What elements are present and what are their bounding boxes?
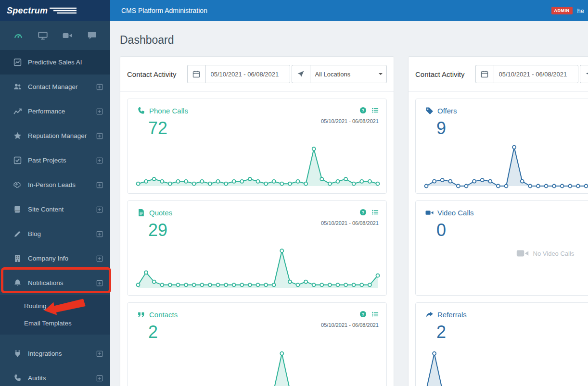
users-icon: [13, 83, 22, 91]
admin-badge: ADMIN: [551, 7, 573, 14]
sidebar-item-company-info[interactable]: Company Info: [0, 246, 110, 271]
sidebar-item-label: Performance: [28, 108, 65, 115]
tile-header: Referrals: [416, 303, 588, 319]
sidebar-item-predictive-sales-ai[interactable]: Predictive Sales AI: [0, 50, 110, 75]
sidebar-submenu: RoutingEmail Templates: [0, 295, 110, 335]
brand-logo[interactable]: Spectrum: [0, 0, 110, 21]
desktop-icon[interactable]: [38, 31, 48, 40]
plus-square-icon[interactable]: [96, 84, 103, 90]
sidebar-item-blog[interactable]: Blog: [0, 222, 110, 246]
sidebar-item-integrations[interactable]: Integrations: [0, 341, 110, 366]
topbar-main: CMS Platform Administration ADMIN he: [110, 0, 588, 21]
book-icon: [13, 205, 22, 213]
tile-date-range: 05/10/2021 - 06/08/2021: [321, 118, 379, 124]
location-select[interactable]: All Locations: [310, 65, 387, 83]
topbar-right: ADMIN he: [551, 7, 584, 14]
sidebar-item-in-person-leads[interactable]: In-Person Leads: [0, 173, 110, 197]
location-arrow-addon[interactable]: [580, 65, 588, 83]
plus-square-icon[interactable]: [96, 375, 103, 382]
question-circle-icon[interactable]: ?: [359, 107, 367, 114]
sidebar-item-notifications[interactable]: Notifications: [0, 271, 110, 295]
tile-date-range: 05/10/2021 - 06/08/2021: [321, 322, 379, 328]
sidebar-item-label: Company Info: [28, 255, 68, 262]
plus-square-icon[interactable]: [96, 182, 103, 188]
dashboard-gauge-icon[interactable]: [13, 31, 23, 40]
plus-square-icon[interactable]: [96, 231, 103, 237]
plus-square-icon[interactable]: [96, 350, 103, 357]
plus-square-icon[interactable]: [96, 280, 103, 286]
bell-icon: [13, 279, 22, 287]
share-icon: [425, 311, 434, 319]
question-circle-icon[interactable]: ?: [359, 311, 367, 318]
plug-icon: [13, 349, 22, 358]
sidebar-item-label: Reputation Manager: [28, 132, 87, 139]
tile-value: 9: [436, 120, 588, 137]
brand-speed-lines-icon: [50, 6, 77, 15]
date-range-group: [475, 65, 578, 83]
user-menu[interactable]: he: [577, 7, 584, 14]
tile-corner: ?05/10/2021 - 06/08/2021: [321, 209, 379, 226]
panel-body: Offers?05/10/2021 - 06/08/20219Video Cal…: [409, 92, 588, 386]
sidebar-item-contact-manager[interactable]: Contact Manager: [0, 75, 110, 99]
question-circle-icon[interactable]: ?: [359, 209, 367, 216]
sidebar-item-past-projects[interactable]: Past Projects: [0, 148, 110, 173]
calendar-addon[interactable]: [187, 65, 205, 83]
date-range-group: [187, 65, 290, 83]
check-square-icon: [13, 156, 22, 164]
plus-square-icon[interactable]: [96, 157, 103, 164]
line-chart-icon: [13, 107, 22, 115]
sidebar-subitem-email-templates[interactable]: Email Templates: [0, 315, 110, 332]
contact-activity-panel: Contact ActivityAll LocationsOffers?05/1…: [408, 56, 588, 386]
tile-title: Video Calls: [437, 209, 474, 217]
panel-title: Contact Activity: [127, 70, 177, 78]
main-content: Dashboard Contact ActivityAll LocationsP…: [110, 21, 588, 386]
tile-corner: ?05/10/2021 - 06/08/2021: [321, 107, 379, 124]
panel-body: Phone Calls?05/10/2021 - 06/08/202172Quo…: [120, 92, 394, 386]
svg-text:?: ?: [362, 312, 364, 317]
metric-tile-video-calls: Video Calls?05/10/2021 - 06/08/20210No V…: [415, 200, 588, 296]
sidebar-subitem-routing[interactable]: Routing: [0, 298, 110, 315]
video-camera-icon[interactable]: [63, 31, 72, 40]
handshake-icon: [13, 181, 22, 189]
sidebar-item-audits[interactable]: Audits: [0, 366, 110, 386]
tile-header: Offers: [416, 99, 588, 115]
pencil-icon: [13, 230, 22, 238]
brand-text: Spectrum: [7, 6, 48, 16]
tile-value: 0: [436, 222, 588, 239]
sidebar-item-label: Predictive Sales AI: [28, 59, 82, 66]
plus-square-icon[interactable]: [96, 108, 103, 115]
location-group: All Locations: [292, 65, 387, 83]
tile-title: Contacts: [149, 311, 178, 319]
topbar: Spectrum CMS Platform Administration ADM…: [0, 0, 588, 21]
tile-corner-icons: ?: [321, 107, 379, 114]
page-title: Dashboard: [120, 34, 578, 47]
location-arrow-addon[interactable]: [292, 65, 310, 83]
sidebar-item-label: Blog: [28, 230, 41, 237]
sidebar-item-reputation-manager[interactable]: Reputation Manager: [0, 124, 110, 148]
calendar-addon[interactable]: [475, 65, 494, 83]
tile-sparkline-chart: [133, 141, 381, 189]
plus-square-icon[interactable]: [96, 255, 103, 262]
tile-title: Referrals: [437, 311, 467, 319]
list-icon[interactable]: [371, 107, 379, 114]
sidebar-item-performance[interactable]: Performance: [0, 99, 110, 124]
empty-state-text: No Video Calls: [533, 250, 575, 257]
video-camera-icon: [516, 247, 529, 260]
sidebar-menu: Predictive Sales AIContact ManagerPerfor…: [0, 50, 110, 386]
calendar-icon: [481, 70, 488, 78]
panel-header: Contact ActivityAll Locations: [120, 57, 394, 92]
tile-corner-icons: ?: [321, 209, 379, 216]
sidebar-item-label: Site Content: [28, 206, 64, 213]
list-icon[interactable]: [371, 311, 379, 318]
list-icon[interactable]: [371, 209, 379, 216]
sidebar-item-site-content[interactable]: Site Content: [0, 197, 110, 222]
tile-sparkline-chart: [133, 345, 381, 386]
plus-square-icon[interactable]: [96, 133, 103, 139]
date-range-input[interactable]: [494, 65, 578, 83]
phone-icon: [137, 107, 145, 115]
plus-square-icon[interactable]: [96, 206, 103, 213]
tile-title: Phone Calls: [149, 107, 188, 115]
chat-icon[interactable]: [87, 31, 97, 40]
date-range-input[interactable]: [205, 65, 290, 83]
video-camera-icon: [425, 209, 434, 217]
